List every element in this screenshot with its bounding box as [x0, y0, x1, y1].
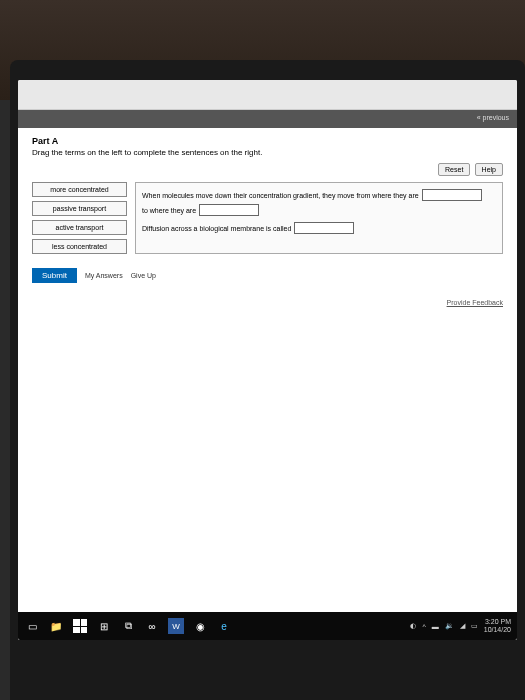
start-icon[interactable]: [72, 618, 88, 634]
chrome-icon[interactable]: ◉: [192, 618, 208, 634]
sentence-1: When molecules move down their concentra…: [142, 189, 496, 216]
sentence-text: Diffusion across a biological membrane i…: [142, 225, 291, 232]
term-more-concentrated[interactable]: more concentrated: [32, 182, 127, 197]
sentence-2: Diffusion across a biological membrane i…: [142, 222, 496, 234]
laptop-frame: « previous Part A Drag the terms on the …: [10, 60, 525, 700]
content-area: Part A Drag the terms on the left to com…: [18, 128, 517, 640]
file-explorer-icon[interactable]: 📁: [48, 618, 64, 634]
term-passive-transport[interactable]: passive transport: [32, 201, 127, 216]
sentence-text: When molecules move down their concentra…: [142, 192, 419, 199]
part-label: Part A: [32, 136, 503, 146]
clock[interactable]: 3:20 PM 10/14/20: [484, 618, 511, 635]
sentence-text: to where they are: [142, 207, 196, 214]
dropzone-2[interactable]: [199, 204, 259, 216]
battery-icon[interactable]: ▭: [471, 622, 478, 630]
previous-link[interactable]: « previous: [477, 114, 509, 121]
dropzone-3[interactable]: [294, 222, 354, 234]
dropbox-icon[interactable]: ⧉: [120, 618, 136, 634]
windows-taskbar: ▭ 📁 ⊞ ⧉ ∞ W ◉ e ◐ ^ ▬ 🔉 ◢ ▭ 3:20 PM 10/1…: [18, 612, 517, 640]
give-up-link[interactable]: Give Up: [131, 272, 156, 279]
dropzone-1[interactable]: [422, 189, 482, 201]
volume-icon[interactable]: 🔉: [445, 622, 454, 630]
exercise-container: more concentrated passive transport acti…: [32, 182, 503, 254]
infinity-icon[interactable]: ∞: [144, 618, 160, 634]
browser-chrome: [18, 80, 517, 110]
sentences-column: When molecules move down their concentra…: [135, 182, 503, 254]
store-icon[interactable]: ⊞: [96, 618, 112, 634]
tray-app-icon[interactable]: ◐: [410, 622, 416, 630]
app-toolbar: « previous: [18, 110, 517, 128]
top-buttons: Reset Help: [32, 163, 503, 176]
wifi-icon[interactable]: ◢: [460, 622, 465, 630]
system-tray: ◐ ^ ▬ 🔉 ◢ ▭ 3:20 PM 10/14/20: [410, 618, 511, 635]
reset-button[interactable]: Reset: [438, 163, 470, 176]
instructions-text: Drag the terms on the left to complete t…: [32, 148, 503, 157]
provide-feedback-link[interactable]: Provide Feedback: [32, 299, 503, 306]
action-row: Submit My Answers Give Up: [32, 268, 503, 283]
term-active-transport[interactable]: active transport: [32, 220, 127, 235]
submit-button[interactable]: Submit: [32, 268, 77, 283]
terms-column: more concentrated passive transport acti…: [32, 182, 127, 254]
date-text: 10/14/20: [484, 626, 511, 634]
edge-icon[interactable]: e: [216, 618, 232, 634]
my-answers-link[interactable]: My Answers: [85, 272, 123, 279]
laptop-screen: « previous Part A Drag the terms on the …: [18, 80, 517, 640]
task-view-icon[interactable]: ▭: [24, 618, 40, 634]
chevron-up-icon[interactable]: ^: [422, 623, 425, 630]
word-icon[interactable]: W: [168, 618, 184, 634]
term-less-concentrated[interactable]: less concentrated: [32, 239, 127, 254]
help-button[interactable]: Help: [475, 163, 503, 176]
time-text: 3:20 PM: [484, 618, 511, 626]
network-icon[interactable]: ▬: [432, 623, 439, 630]
